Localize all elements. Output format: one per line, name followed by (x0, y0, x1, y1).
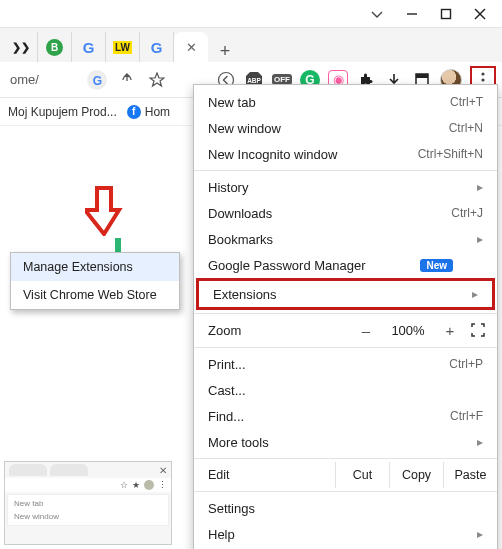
menu-new-tab-label: New tab (208, 95, 256, 110)
minimize-button[interactable] (406, 8, 418, 20)
menu-more-tools[interactable]: More tools ▸ (194, 429, 497, 455)
window-menu-chevron-icon[interactable] (370, 7, 384, 21)
menu-print[interactable]: Print... Ctrl+P (194, 351, 497, 377)
menu-new-window[interactable]: New window Ctrl+N (194, 115, 497, 141)
menu-cast[interactable]: Cast... (194, 377, 497, 403)
edit-cut-button[interactable]: Cut (335, 462, 389, 488)
window-controls (0, 0, 502, 28)
menu-incognito[interactable]: New Incognito window Ctrl+Shift+N (194, 141, 497, 167)
favicon-green-b-icon: B (46, 39, 63, 56)
manage-extensions-item[interactable]: Manage Extensions (11, 253, 179, 281)
new-tab-button[interactable]: + (208, 41, 242, 62)
menu-edit-row: Edit Cut Copy Paste (194, 462, 497, 488)
menu-settings-label: Settings (208, 501, 255, 516)
maximize-button[interactable] (440, 8, 452, 20)
share-icon[interactable] (117, 70, 137, 90)
chevron-right-icon: ▸ (477, 527, 483, 541)
chevron-right-icon: ▸ (472, 287, 478, 301)
close-button[interactable] (474, 8, 486, 20)
extensions-submenu: Manage Extensions Visit Chrome Web Store (10, 252, 180, 310)
menu-gpm-label: Google Password Manager (208, 258, 366, 273)
bookmark-star-icon[interactable] (147, 70, 167, 90)
mini-menu-item-1: New window (10, 510, 166, 523)
menu-incognito-shortcut: Ctrl+Shift+N (418, 147, 483, 161)
chevron-right-icon: ▸ (477, 232, 483, 246)
svg-rect-1 (442, 9, 451, 18)
menu-find-shortcut: Ctrl+F (450, 409, 483, 423)
menu-downloads-shortcut: Ctrl+J (451, 206, 483, 220)
menu-more-tools-label: More tools (208, 435, 269, 450)
menu-downloads-label: Downloads (208, 206, 272, 221)
chevron-right-icon: ▸ (477, 435, 483, 449)
bookmark-kupujem[interactable]: Moj Kupujem Prod... (8, 105, 117, 119)
zoom-out-button[interactable]: – (355, 322, 377, 339)
google-services-icon[interactable]: G (87, 70, 107, 90)
tab-strip: ❯❯ B G LW G ✕ + (0, 28, 502, 62)
facebook-icon: f (127, 105, 141, 119)
favicon-lw-icon: LW (113, 41, 132, 54)
svg-point-10 (481, 78, 484, 81)
menu-history[interactable]: History ▸ (194, 174, 497, 200)
menu-new-window-shortcut: Ctrl+N (449, 121, 483, 135)
menu-cast-label: Cast... (208, 383, 246, 398)
chrome-menu: New tab Ctrl+T New window Ctrl+N New Inc… (193, 84, 498, 549)
menu-extensions-label: Extensions (213, 287, 277, 302)
menu-incognito-label: New Incognito window (208, 147, 337, 162)
menu-find-label: Find... (208, 409, 244, 424)
menu-find[interactable]: Find... Ctrl+F (194, 403, 497, 429)
tab-3[interactable]: LW (106, 32, 140, 62)
visit-webstore-item[interactable]: Visit Chrome Web Store (11, 281, 179, 309)
chevron-right-icon: ▸ (477, 180, 483, 194)
menu-bookmarks[interactable]: Bookmarks ▸ (194, 226, 497, 252)
menu-new-tab[interactable]: New tab Ctrl+T (194, 89, 497, 115)
tab-0[interactable]: ❯❯ (4, 32, 38, 62)
favicon-arrows-icon: ❯❯ (12, 41, 30, 54)
tab-2[interactable]: G (72, 32, 106, 62)
menu-zoom-label: Zoom (208, 323, 345, 338)
menu-zoom: Zoom – 100% + (194, 317, 497, 344)
edit-paste-button[interactable]: Paste (443, 462, 497, 488)
menu-bookmarks-label: Bookmarks (208, 232, 273, 247)
tab-active[interactable]: ✕ (174, 32, 208, 62)
new-badge: New (420, 259, 453, 272)
edit-copy-button[interactable]: Copy (389, 462, 443, 488)
close-tab-icon[interactable]: ✕ (186, 40, 197, 55)
tab-1[interactable]: B (38, 32, 72, 62)
callout-arrow-icon (85, 186, 123, 239)
menu-separator (194, 347, 497, 348)
bookmark-facebook[interactable]: f Hom (127, 105, 170, 119)
menu-separator (194, 491, 497, 492)
favicon-google-icon: G (83, 39, 95, 56)
svg-point-9 (481, 72, 484, 75)
menu-print-label: Print... (208, 357, 246, 372)
svg-text:ABP: ABP (247, 77, 261, 84)
menu-history-label: History (208, 180, 248, 195)
menu-print-shortcut: Ctrl+P (449, 357, 483, 371)
menu-separator (194, 458, 497, 459)
menu-new-tab-shortcut: Ctrl+T (450, 95, 483, 109)
menu-downloads[interactable]: Downloads Ctrl+J (194, 200, 497, 226)
zoom-value: 100% (387, 323, 429, 338)
favicon-google-icon: G (151, 39, 163, 56)
menu-settings[interactable]: Settings (194, 495, 497, 521)
menu-new-window-label: New window (208, 121, 281, 136)
zoom-in-button[interactable]: + (439, 322, 461, 339)
green-fragment (115, 238, 121, 252)
fullscreen-icon[interactable] (471, 323, 487, 339)
thumbnail-preview: ✕ ☆★⋮ New tab New window (4, 461, 172, 545)
menu-extensions[interactable]: Extensions ▸ (196, 278, 495, 310)
menu-help-label: Help (208, 527, 235, 542)
menu-edit-label: Edit (194, 462, 335, 488)
tab-4[interactable]: G (140, 32, 174, 62)
menu-separator (194, 170, 497, 171)
menu-help[interactable]: Help ▸ (194, 521, 497, 547)
bookmark-facebook-label: Hom (145, 105, 170, 119)
svg-rect-8 (416, 74, 428, 78)
menu-separator (194, 313, 497, 314)
mini-menu-item-0: New tab (10, 497, 166, 510)
address-text[interactable]: ome/ (10, 72, 39, 87)
menu-google-password-manager[interactable]: Google Password Manager New (194, 252, 497, 278)
